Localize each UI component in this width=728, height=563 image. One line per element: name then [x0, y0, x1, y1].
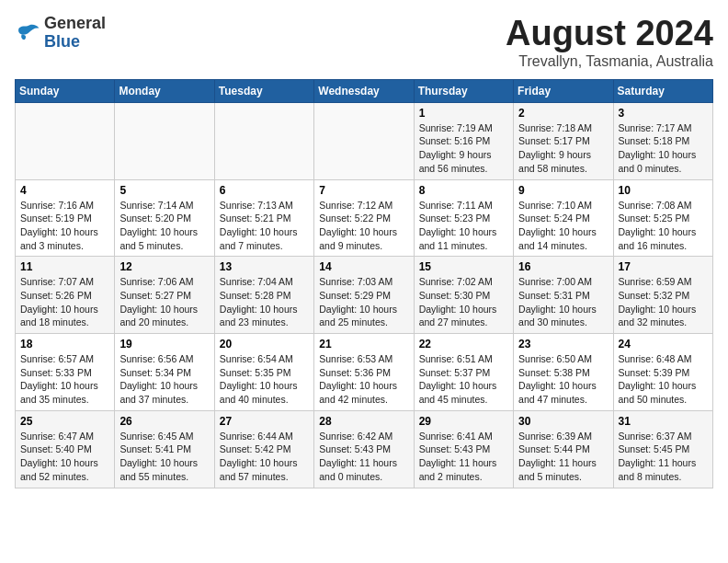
calendar-day-cell: 17Sunrise: 6:59 AMSunset: 5:32 PMDayligh… — [613, 257, 712, 334]
day-info: Sunrise: 7:00 AMSunset: 5:31 PMDaylight:… — [518, 275, 608, 329]
calendar-week-row: 18Sunrise: 6:57 AMSunset: 5:33 PMDayligh… — [16, 334, 713, 411]
day-info: Sunrise: 6:44 AMSunset: 5:42 PMDaylight:… — [220, 430, 309, 484]
day-info: Sunrise: 6:45 AMSunset: 5:41 PMDaylight:… — [119, 430, 209, 484]
day-number: 15 — [419, 260, 508, 273]
day-info: Sunrise: 7:03 AMSunset: 5:29 PMDaylight:… — [319, 275, 408, 329]
calendar-day-cell: 8Sunrise: 7:11 AMSunset: 5:23 PMDaylight… — [414, 179, 513, 257]
day-number: 8 — [419, 184, 508, 197]
calendar-day-cell: 21Sunrise: 6:53 AMSunset: 5:36 PMDayligh… — [314, 334, 414, 411]
calendar-day-cell: 13Sunrise: 7:04 AMSunset: 5:28 PMDayligh… — [214, 257, 313, 334]
day-info: Sunrise: 6:59 AMSunset: 5:32 PMDaylight:… — [619, 275, 708, 329]
day-of-week-header: Monday — [115, 79, 214, 102]
day-number: 19 — [119, 338, 209, 350]
day-number: 13 — [220, 260, 309, 273]
calendar-day-cell: 1Sunrise: 7:19 AMSunset: 5:16 PMDaylight… — [414, 102, 513, 179]
day-number: 3 — [619, 107, 708, 120]
day-of-week-header: Sunday — [16, 79, 115, 102]
day-number: 7 — [319, 184, 408, 197]
day-info: Sunrise: 7:02 AMSunset: 5:30 PMDaylight:… — [419, 275, 508, 329]
day-info: Sunrise: 7:08 AMSunset: 5:25 PMDaylight:… — [619, 199, 708, 253]
day-number: 1 — [419, 107, 508, 120]
day-info: Sunrise: 7:13 AMSunset: 5:21 PMDaylight:… — [220, 199, 309, 253]
location-subtitle: Trevallyn, Tasmania, Australia — [506, 53, 713, 70]
calendar-day-cell: 24Sunrise: 6:48 AMSunset: 5:39 PMDayligh… — [613, 334, 712, 411]
calendar-header-row: SundayMondayTuesdayWednesdayThursdayFrid… — [16, 79, 713, 102]
day-number: 17 — [619, 260, 708, 273]
day-info: Sunrise: 7:16 AMSunset: 5:19 PMDaylight:… — [20, 199, 109, 253]
page-header: General Blue August 2024 Trevallyn, Tasm… — [15, 15, 713, 70]
logo: General Blue — [15, 15, 106, 52]
day-info: Sunrise: 6:50 AMSunset: 5:38 PMDaylight:… — [518, 352, 608, 407]
day-info: Sunrise: 7:17 AMSunset: 5:18 PMDaylight:… — [619, 121, 708, 176]
day-number: 29 — [419, 415, 508, 428]
day-info: Sunrise: 6:56 AMSunset: 5:34 PMDaylight:… — [119, 352, 209, 407]
day-info: Sunrise: 6:51 AMSunset: 5:37 PMDaylight:… — [419, 352, 508, 407]
calendar-day-cell: 12Sunrise: 7:06 AMSunset: 5:27 PMDayligh… — [115, 257, 214, 334]
day-number: 9 — [518, 184, 608, 197]
day-info: Sunrise: 6:53 AMSunset: 5:36 PMDaylight:… — [319, 352, 408, 407]
day-number: 27 — [220, 415, 309, 428]
day-info: Sunrise: 6:41 AMSunset: 5:43 PMDaylight:… — [419, 430, 508, 484]
calendar-week-row: 4Sunrise: 7:16 AMSunset: 5:19 PMDaylight… — [16, 179, 713, 257]
calendar-table: SundayMondayTuesdayWednesdayThursdayFrid… — [15, 79, 713, 488]
day-info: Sunrise: 6:42 AMSunset: 5:43 PMDaylight:… — [319, 430, 408, 484]
calendar-day-cell: 6Sunrise: 7:13 AMSunset: 5:21 PMDaylight… — [214, 179, 313, 257]
day-info: Sunrise: 7:07 AMSunset: 5:26 PMDaylight:… — [20, 275, 109, 329]
calendar-day-cell: 18Sunrise: 6:57 AMSunset: 5:33 PMDayligh… — [16, 334, 115, 411]
day-number: 11 — [20, 260, 109, 273]
logo-text: General Blue — [44, 15, 106, 52]
calendar-day-cell: 28Sunrise: 6:42 AMSunset: 5:43 PMDayligh… — [314, 410, 414, 488]
calendar-week-row: 25Sunrise: 6:47 AMSunset: 5:40 PMDayligh… — [16, 410, 713, 488]
day-of-week-header: Friday — [514, 79, 613, 102]
calendar-day-cell: 29Sunrise: 6:41 AMSunset: 5:43 PMDayligh… — [414, 410, 513, 488]
day-number: 5 — [119, 184, 209, 197]
calendar-day-cell: 9Sunrise: 7:10 AMSunset: 5:24 PMDaylight… — [514, 179, 613, 257]
calendar-day-cell: 3Sunrise: 7:17 AMSunset: 5:18 PMDaylight… — [613, 102, 712, 179]
day-info: Sunrise: 7:18 AMSunset: 5:17 PMDaylight:… — [518, 121, 608, 176]
calendar-day-cell: 19Sunrise: 6:56 AMSunset: 5:34 PMDayligh… — [115, 334, 214, 411]
calendar-day-cell — [16, 102, 115, 179]
calendar-day-cell: 30Sunrise: 6:39 AMSunset: 5:44 PMDayligh… — [514, 410, 613, 488]
day-number: 21 — [319, 338, 408, 350]
calendar-day-cell: 26Sunrise: 6:45 AMSunset: 5:41 PMDayligh… — [115, 410, 214, 488]
month-year-title: August 2024 — [506, 15, 713, 53]
day-number: 12 — [119, 260, 209, 273]
day-number: 24 — [619, 338, 708, 350]
day-info: Sunrise: 6:48 AMSunset: 5:39 PMDaylight:… — [619, 352, 708, 407]
calendar-week-row: 1Sunrise: 7:19 AMSunset: 5:16 PMDaylight… — [16, 102, 713, 179]
day-info: Sunrise: 7:12 AMSunset: 5:22 PMDaylight:… — [319, 199, 408, 253]
day-info: Sunrise: 7:10 AMSunset: 5:24 PMDaylight:… — [518, 199, 608, 253]
day-number: 14 — [319, 260, 408, 273]
day-number: 25 — [20, 415, 109, 428]
calendar-day-cell: 23Sunrise: 6:50 AMSunset: 5:38 PMDayligh… — [514, 334, 613, 411]
calendar-day-cell: 22Sunrise: 6:51 AMSunset: 5:37 PMDayligh… — [414, 334, 513, 411]
calendar-day-cell: 16Sunrise: 7:00 AMSunset: 5:31 PMDayligh… — [514, 257, 613, 334]
day-of-week-header: Saturday — [613, 79, 712, 102]
day-of-week-header: Thursday — [414, 79, 513, 102]
day-number: 4 — [20, 184, 109, 197]
day-number: 30 — [518, 415, 608, 428]
day-of-week-header: Tuesday — [214, 79, 313, 102]
day-number: 20 — [220, 338, 309, 350]
day-of-week-header: Wednesday — [314, 79, 414, 102]
calendar-day-cell — [115, 102, 214, 179]
day-number: 22 — [419, 338, 508, 350]
calendar-day-cell: 11Sunrise: 7:07 AMSunset: 5:26 PMDayligh… — [16, 257, 115, 334]
day-number: 10 — [619, 184, 708, 197]
logo-bird-icon — [15, 22, 40, 44]
day-info: Sunrise: 7:06 AMSunset: 5:27 PMDaylight:… — [119, 275, 209, 329]
calendar-day-cell: 25Sunrise: 6:47 AMSunset: 5:40 PMDayligh… — [16, 410, 115, 488]
day-info: Sunrise: 6:54 AMSunset: 5:35 PMDaylight:… — [220, 352, 309, 407]
day-number: 31 — [619, 415, 708, 428]
day-number: 26 — [119, 415, 209, 428]
title-block: August 2024 Trevallyn, Tasmania, Austral… — [506, 15, 713, 70]
day-info: Sunrise: 7:14 AMSunset: 5:20 PMDaylight:… — [119, 199, 209, 253]
day-info: Sunrise: 7:11 AMSunset: 5:23 PMDaylight:… — [419, 199, 508, 253]
calendar-day-cell — [214, 102, 313, 179]
calendar-day-cell: 31Sunrise: 6:37 AMSunset: 5:45 PMDayligh… — [613, 410, 712, 488]
calendar-day-cell: 27Sunrise: 6:44 AMSunset: 5:42 PMDayligh… — [214, 410, 313, 488]
day-info: Sunrise: 6:39 AMSunset: 5:44 PMDaylight:… — [518, 430, 608, 484]
day-info: Sunrise: 6:47 AMSunset: 5:40 PMDaylight:… — [20, 430, 109, 484]
day-info: Sunrise: 6:37 AMSunset: 5:45 PMDaylight:… — [619, 430, 708, 484]
calendar-week-row: 11Sunrise: 7:07 AMSunset: 5:26 PMDayligh… — [16, 257, 713, 334]
